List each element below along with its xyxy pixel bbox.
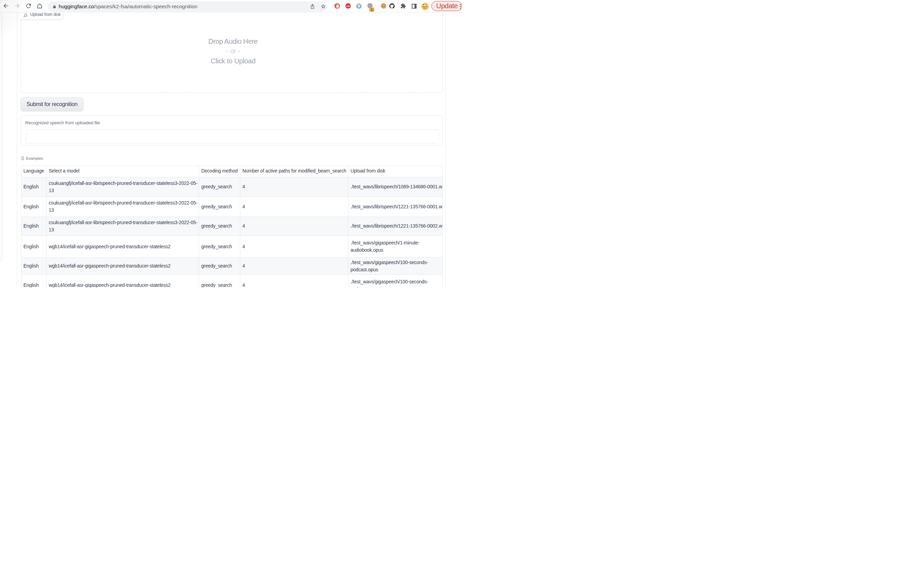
svg-text:ABP: ABP (346, 5, 350, 7)
